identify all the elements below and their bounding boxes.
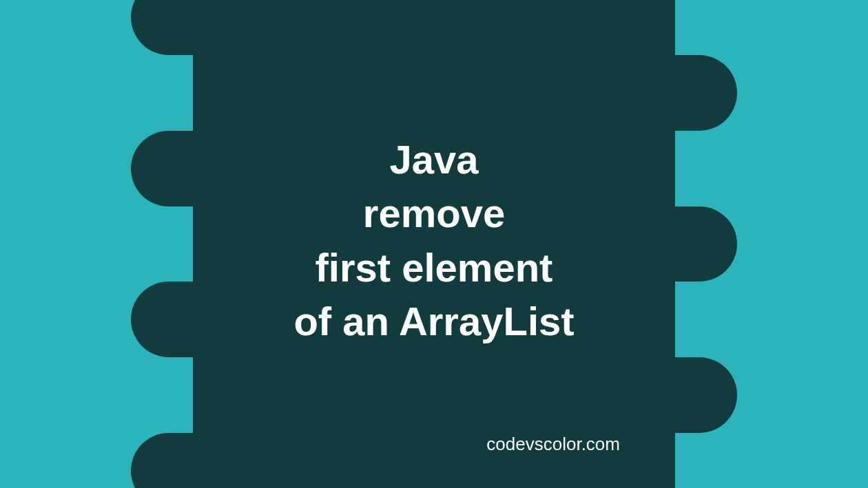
attribution-text: codevscolor.com — [486, 434, 620, 455]
banner-image: Java remove first element of an ArrayLis… — [0, 0, 868, 488]
title-text: Java remove first element of an ArrayLis… — [293, 133, 574, 348]
